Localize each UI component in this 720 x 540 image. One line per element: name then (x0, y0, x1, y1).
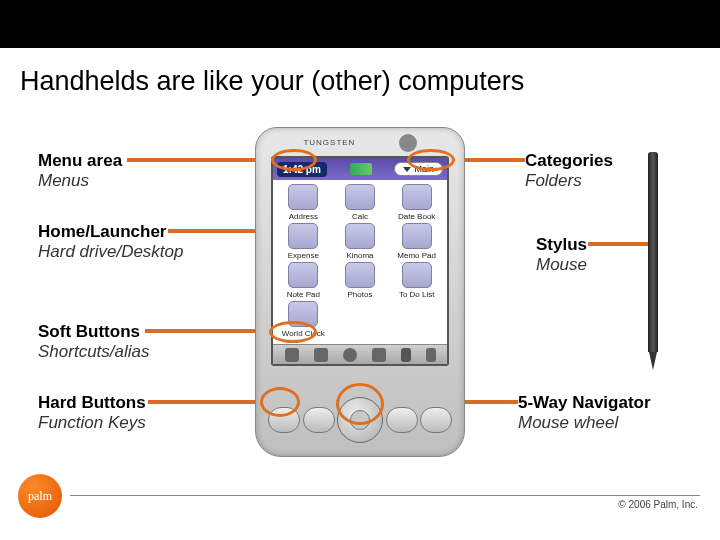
app-label: Kinoma (346, 251, 373, 260)
footer-divider (70, 495, 700, 496)
palm-logo-text: palm (28, 489, 52, 504)
app-label: Date Book (398, 212, 435, 221)
callout-navpad (336, 383, 384, 425)
palm-brand-icon (399, 134, 417, 152)
label-hard-primary: Hard Buttons (38, 393, 146, 413)
label-soft-buttons: Soft Buttons Shortcuts/alias (38, 322, 150, 363)
label-soft-secondary: Shortcuts/alias (38, 342, 150, 362)
app-icon (288, 184, 318, 210)
app-label: Calc (352, 212, 368, 221)
app-icon (345, 223, 375, 249)
app-label: Memo Pad (397, 251, 436, 260)
find-icon[interactable] (372, 348, 386, 362)
app-item[interactable]: Memo Pad (388, 223, 445, 260)
soft-button-bar (273, 344, 447, 364)
app-item[interactable]: To Do List (388, 262, 445, 299)
label-categories: Categories Folders (525, 151, 613, 192)
chevron-down-icon (403, 167, 411, 172)
label-home-primary: Home/Launcher (38, 222, 184, 242)
label-home-secondary: Hard drive/Desktop (38, 242, 184, 262)
label-stylus-primary: Stylus (536, 235, 587, 255)
label-menu-area: Menu area Menus (38, 151, 122, 192)
label-navigator: 5-Way Navigator Mouse wheel (518, 393, 651, 434)
app-icon (402, 184, 432, 210)
alert-icon[interactable] (426, 348, 436, 362)
palm-logo: palm (18, 474, 62, 518)
app-icon (345, 262, 375, 288)
app-item[interactable]: Address (275, 184, 332, 221)
connector-stylus (588, 242, 648, 246)
label-nav-primary: 5-Way Navigator (518, 393, 651, 413)
connector-hard (148, 400, 268, 404)
app-icon (288, 223, 318, 249)
label-stylus-secondary: Mouse (536, 255, 587, 275)
label-stylus: Stylus Mouse (536, 235, 587, 276)
label-soft-primary: Soft Buttons (38, 322, 150, 342)
label-categories-secondary: Folders (525, 171, 613, 191)
menu-icon[interactable] (314, 348, 328, 362)
brightness-icon[interactable] (343, 348, 357, 362)
app-item[interactable]: Kinoma (332, 223, 389, 260)
label-home-launcher: Home/Launcher Hard drive/Desktop (38, 222, 184, 263)
clock-icon[interactable] (401, 348, 411, 362)
slide-content: Menu area Menus Home/Launcher Hard drive… (0, 97, 720, 497)
app-icon (288, 262, 318, 288)
slide-title: Handhelds are like your (other) computer… (0, 48, 720, 97)
app-item[interactable]: Calc (332, 184, 389, 221)
callout-hardbtn (260, 387, 300, 417)
device-model: TUNGSTEN (303, 138, 355, 147)
app-label: Note Pad (287, 290, 320, 299)
app-icon (402, 223, 432, 249)
callout-softbar (269, 321, 317, 343)
stylus-graphic (648, 152, 658, 352)
hard-button-2[interactable] (303, 407, 335, 433)
app-item[interactable]: Photos (332, 262, 389, 299)
home-icon[interactable] (285, 348, 299, 362)
app-item[interactable]: Date Book (388, 184, 445, 221)
hard-button-3[interactable] (386, 407, 418, 433)
app-item[interactable]: Note Pad (275, 262, 332, 299)
label-categories-primary: Categories (525, 151, 613, 171)
app-icon (345, 184, 375, 210)
label-nav-secondary: Mouse wheel (518, 413, 651, 433)
label-hard-buttons: Hard Buttons Function Keys (38, 393, 146, 434)
app-launcher-grid: Address Calc Date Book Expense Kinoma Me… (273, 180, 447, 342)
label-hard-secondary: Function Keys (38, 413, 146, 433)
app-label: Expense (288, 251, 319, 260)
label-menu-area-secondary: Menus (38, 171, 122, 191)
app-label: Address (289, 212, 318, 221)
app-label: Photos (348, 290, 373, 299)
callout-main (407, 149, 455, 171)
label-menu-area-primary: Menu area (38, 151, 122, 171)
battery-icon (350, 163, 372, 175)
callout-time (271, 149, 317, 171)
connector-menu-area (127, 158, 270, 162)
top-black-bar (0, 0, 720, 48)
app-label: To Do List (399, 290, 435, 299)
app-icon (402, 262, 432, 288)
app-item[interactable]: Expense (275, 223, 332, 260)
copyright-text: © 2006 Palm, Inc. (618, 499, 698, 510)
hard-button-4[interactable] (420, 407, 452, 433)
